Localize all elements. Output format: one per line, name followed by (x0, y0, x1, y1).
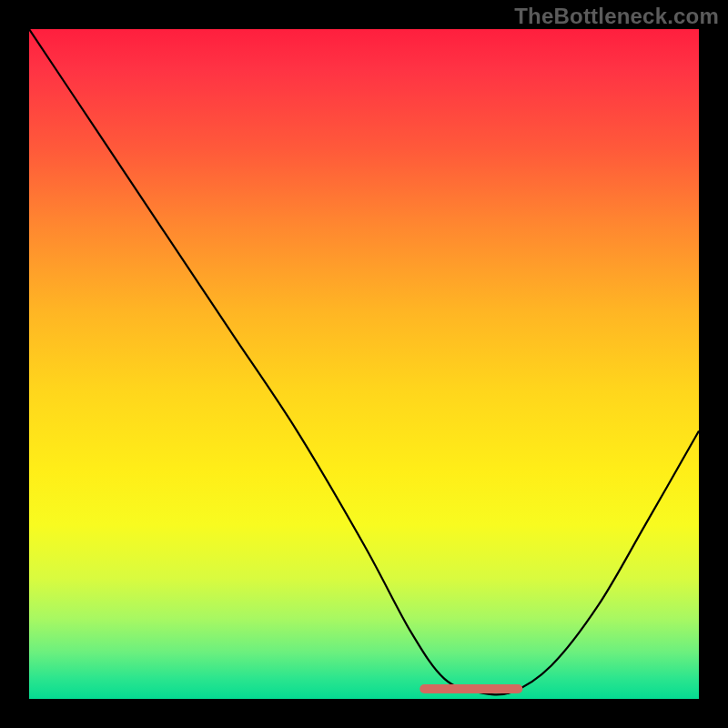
chart-frame: TheBottleneck.com (0, 0, 728, 728)
watermark-text: TheBottleneck.com (514, 4, 719, 29)
plot-area (29, 29, 699, 699)
bottleneck-curve (29, 29, 699, 694)
curve-svg (29, 29, 699, 699)
